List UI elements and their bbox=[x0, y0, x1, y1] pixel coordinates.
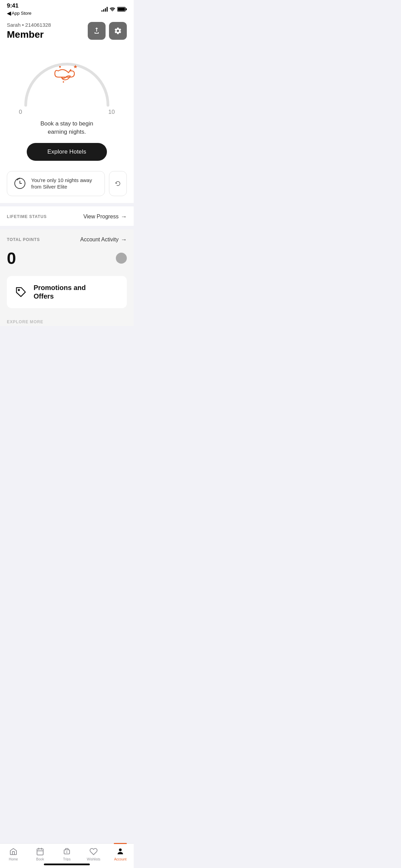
svg-rect-2 bbox=[126, 8, 127, 10]
night-icon bbox=[55, 65, 77, 83]
points-dot-indicator bbox=[116, 253, 127, 264]
signal-icon bbox=[101, 7, 108, 12]
points-value-row: 0 bbox=[7, 249, 127, 268]
gear-icon bbox=[114, 27, 122, 35]
promotions-title: Promotions andOffers bbox=[34, 284, 86, 301]
progress-text: Book a stay to beginearning nights. bbox=[40, 120, 93, 136]
gauge-min-label: 0 bbox=[19, 109, 22, 116]
settings-button[interactable] bbox=[109, 22, 127, 40]
svg-rect-3 bbox=[118, 8, 125, 11]
gauge-max-label: 10 bbox=[108, 109, 115, 116]
explore-hotels-button[interactable]: Explore Hotels bbox=[27, 143, 107, 161]
promotions-section: Promotions andOffers bbox=[0, 276, 134, 315]
header-actions bbox=[88, 22, 127, 40]
user-name-id: Sarah • 214061328 bbox=[7, 22, 51, 28]
promotions-icon bbox=[14, 285, 28, 299]
refresh-icon bbox=[115, 179, 121, 188]
points-number: 0 bbox=[7, 249, 16, 268]
gauge-labels: 0 10 bbox=[19, 109, 115, 116]
refresh-card[interactable] bbox=[109, 171, 127, 196]
arrow-right-icon: → bbox=[121, 213, 127, 220]
nights-icon bbox=[13, 177, 26, 190]
total-points-section: TOTAL POINTS Account Activity → 0 bbox=[0, 229, 134, 276]
explore-more-label: EXPLORE MORE bbox=[7, 320, 43, 324]
header: Sarah • 214061328 Member bbox=[0, 16, 134, 47]
user-info: Sarah • 214061328 Member bbox=[7, 22, 51, 40]
share-icon bbox=[93, 27, 101, 35]
total-points-label: TOTAL POINTS bbox=[7, 237, 40, 242]
svg-point-6 bbox=[63, 81, 64, 83]
svg-point-8 bbox=[18, 289, 20, 291]
section-divider-2 bbox=[0, 226, 134, 229]
back-arrow-icon: ◀ bbox=[7, 10, 11, 16]
nights-info-card[interactable]: You're only 10 nights away from Silver E… bbox=[7, 171, 105, 196]
points-header: TOTAL POINTS Account Activity → bbox=[7, 236, 127, 243]
user-role: Member bbox=[7, 29, 51, 40]
status-icons bbox=[101, 7, 127, 12]
status-bar: 9:41 ◀ App Store bbox=[0, 0, 134, 16]
gauge-svg bbox=[19, 54, 115, 109]
info-cards-row: You're only 10 nights away from Silver E… bbox=[0, 171, 134, 203]
nights-info-text: You're only 10 nights away from Silver E… bbox=[31, 177, 98, 190]
section-divider-1 bbox=[0, 203, 134, 206]
arrow-right-icon-points: → bbox=[121, 236, 127, 243]
battery-icon bbox=[117, 7, 127, 12]
lifetime-status-section: LIFETIME STATUS View Progress → bbox=[0, 206, 134, 226]
back-nav[interactable]: ◀ App Store bbox=[7, 10, 32, 16]
status-time: 9:41 bbox=[7, 2, 32, 9]
share-button[interactable] bbox=[88, 22, 106, 40]
view-progress-button[interactable]: View Progress → bbox=[83, 213, 127, 220]
wifi-icon bbox=[110, 7, 115, 11]
gauge-container bbox=[19, 54, 115, 109]
explore-more-section: EXPLORE MORE bbox=[0, 315, 134, 326]
progress-section: 0 10 Book a stay to beginearning nights.… bbox=[0, 47, 134, 171]
account-activity-button[interactable]: Account Activity → bbox=[80, 236, 127, 243]
svg-point-0 bbox=[112, 11, 113, 11]
svg-point-4 bbox=[59, 66, 61, 68]
promotions-card[interactable]: Promotions andOffers bbox=[7, 276, 127, 308]
lifetime-status-label: LIFETIME STATUS bbox=[7, 214, 47, 219]
